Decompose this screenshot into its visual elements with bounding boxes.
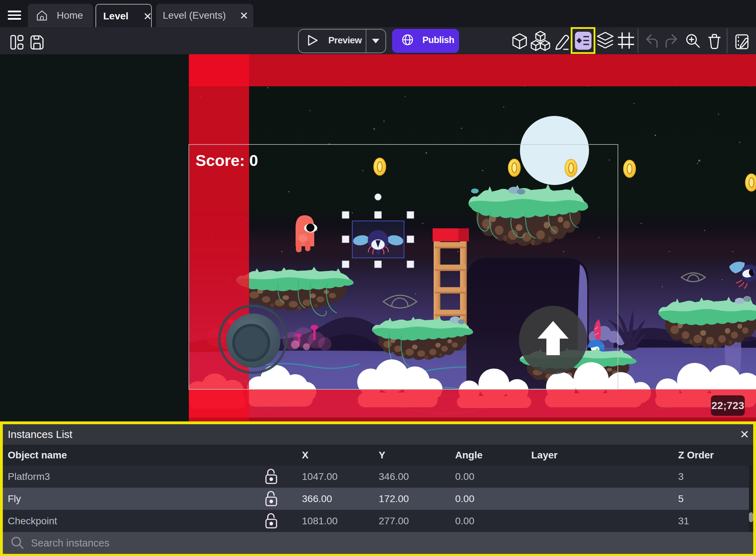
svg-text:Score: 0: Score: 0 [196, 152, 258, 169]
svg-text:Preview: Preview [328, 35, 362, 45]
svg-text:22;723: 22;723 [711, 400, 744, 411]
svg-text:Publish: Publish [422, 35, 454, 45]
